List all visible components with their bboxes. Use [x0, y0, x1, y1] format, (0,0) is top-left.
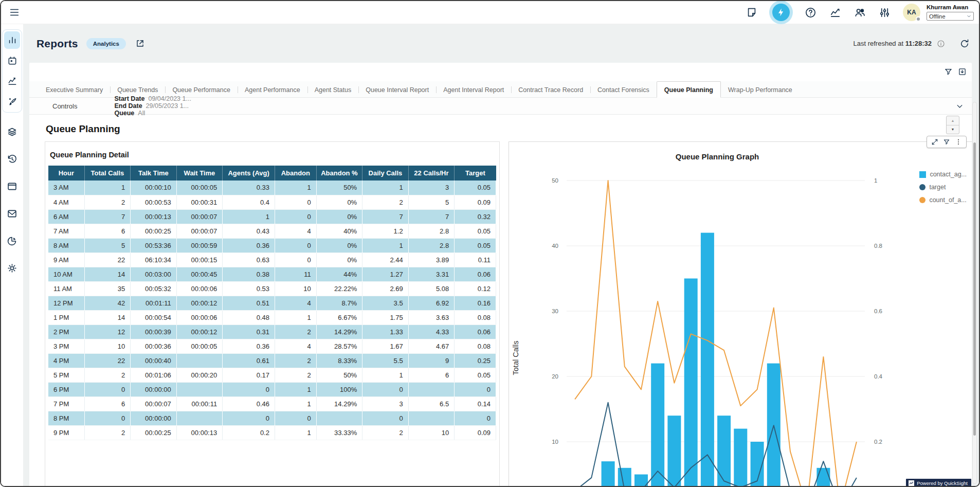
sidebar-item-trend[interactable] — [4, 73, 20, 90]
hamburger-icon[interactable] — [8, 6, 21, 19]
tab-queue-interval-report[interactable]: Queue Interval Report — [358, 82, 436, 97]
table-cell: 0.31 — [223, 324, 275, 339]
chart-filter-icon[interactable] — [943, 138, 950, 146]
sidebar-item-mail[interactable] — [4, 205, 20, 222]
table-cell: 1.33 — [362, 324, 409, 339]
table-cell: 0.09 — [455, 195, 496, 209]
column-header[interactable]: Daily Calls — [362, 166, 409, 181]
column-header[interactable]: 22 Calls/Hr — [408, 166, 455, 181]
agents-icon[interactable] — [854, 6, 866, 19]
table-cell: 0.46 — [223, 396, 275, 411]
scrollbar-thumb[interactable] — [973, 142, 976, 436]
controls-collapse-chevron-icon[interactable] — [956, 102, 964, 110]
sidebar-item-browser[interactable] — [4, 177, 20, 195]
tab-queue-performance[interactable]: Queue Performance — [165, 82, 238, 97]
sidebar-item-design[interactable] — [4, 93, 20, 111]
table-cell: 0 — [455, 382, 496, 396]
expand-icon[interactable] — [931, 138, 938, 146]
svg-text:40: 40 — [552, 243, 558, 249]
sidebar-item-pie-chart[interactable] — [4, 232, 20, 249]
sidebar-item-calendar[interactable] — [4, 52, 20, 69]
line-chart-icon[interactable] — [829, 6, 841, 19]
tab-agent-status[interactable]: Agent Status — [307, 82, 359, 97]
dashboard-panel: Executive SummaryQueue TrendsQueue Perfo… — [29, 63, 972, 487]
table-cell: 00:05:32 — [131, 281, 177, 296]
table-cell: 0 — [275, 238, 316, 252]
table-cell: 00:00:10 — [131, 181, 177, 195]
table-row: 1 PM1400:00:5400:00:060.4816.67%1.753.63… — [48, 310, 496, 324]
sidebar-item-settings[interactable] — [4, 259, 20, 277]
table-cell: 0.14 — [455, 396, 496, 411]
column-header[interactable]: Abandon — [275, 166, 316, 181]
vertical-scrollbar[interactable] — [972, 102, 977, 484]
svg-text:50: 50 — [552, 177, 558, 184]
spinner-down-button[interactable]: ▼ — [947, 125, 959, 134]
column-header[interactable]: Target — [455, 166, 496, 181]
refresh-icon[interactable] — [959, 39, 970, 49]
spinner-up-button[interactable]: ▲ — [947, 116, 959, 125]
column-header[interactable]: Wait Time — [176, 166, 223, 181]
table-cell: 28.57% — [316, 339, 362, 353]
column-header[interactable]: Total Calls — [84, 166, 131, 181]
column-header[interactable]: Hour — [48, 166, 84, 181]
status-select[interactable]: Offline — [927, 12, 974, 21]
last-refreshed-time: 11:28:32 — [905, 40, 932, 47]
sidebar-item-layers[interactable] — [4, 123, 20, 140]
table-cell: 0 — [223, 411, 275, 425]
gear-icon — [7, 263, 17, 274]
avatar[interactable]: KA — [903, 4, 920, 21]
tab-contact-forensics[interactable]: Contact Forensics — [590, 82, 657, 97]
table-cell — [176, 411, 223, 425]
table-row: 3 AM100:00:1000:00:050.33150%130.05 — [48, 181, 496, 195]
table-cell: 3 — [362, 396, 409, 411]
filter-icon[interactable] — [944, 67, 953, 76]
sidebar — [1, 24, 23, 487]
sidebar-item-bar-chart[interactable] — [4, 31, 20, 49]
note-icon[interactable] — [746, 6, 758, 19]
table-cell: 4 — [275, 339, 316, 353]
tab-queue-trends[interactable]: Queue Trends — [110, 82, 165, 97]
table-cell: 00:00:06 — [176, 281, 223, 296]
tab-agent-interval-report[interactable]: Agent Interval Report — [436, 82, 511, 97]
tab-queue-planning[interactable]: Queue Planning — [657, 81, 721, 98]
tab-agent-performance[interactable]: Agent Performance — [238, 82, 307, 97]
table-cell: 00:00:07 — [131, 396, 177, 411]
table-cell: 5 — [84, 238, 131, 252]
table-cell: 0.08 — [455, 310, 496, 324]
lightning-icon[interactable] — [772, 4, 790, 21]
column-header[interactable]: Agents (Avg) — [223, 166, 275, 181]
table-cell: 40% — [316, 224, 362, 238]
tab-wrap-up-performance[interactable]: Wrap-Up Performance — [721, 82, 800, 97]
tab-executive-summary[interactable]: Executive Summary — [39, 82, 110, 97]
table-row: 8 PM000:00:000000 — [48, 411, 496, 425]
table-cell: 3 AM — [48, 181, 84, 195]
table-row: 6 AM700:00:1300:00:07100%770.32 — [48, 209, 496, 224]
sliders-icon[interactable] — [878, 6, 891, 19]
sidebar-item-history[interactable] — [4, 150, 20, 168]
table-cell: 0.05 — [455, 181, 496, 195]
table-cell: 0% — [316, 195, 362, 209]
external-link-icon[interactable] — [135, 39, 145, 48]
page-title: Reports — [37, 38, 78, 50]
trend-icon — [7, 76, 17, 86]
table-cell: 6.92 — [408, 296, 455, 310]
combo-chart[interactable]: 504030201010.80.60.40.2 — [509, 142, 972, 487]
table-cell: 1.67 — [362, 339, 409, 353]
table-cell: 6 AM — [48, 209, 84, 224]
table-row: 7 PM600:00:0700:00:110.46114.29%36.50.14 — [48, 396, 496, 411]
column-header[interactable]: Abandon % — [316, 166, 362, 181]
powered-by-quicksight[interactable]: Powered by QuickSight — [906, 479, 971, 487]
table-cell: 0.05 — [455, 368, 496, 382]
table-cell: 0.32 — [455, 209, 496, 224]
table-cell: 00:00:05 — [176, 181, 223, 195]
column-header[interactable]: Talk Time — [131, 166, 177, 181]
table-cell: 10 — [84, 339, 131, 353]
control-end-date[interactable]: End Date29/05/2023 1... — [114, 102, 191, 110]
help-icon[interactable] — [804, 6, 816, 19]
download-icon[interactable] — [958, 67, 967, 76]
kebab-menu-icon[interactable] — [955, 138, 962, 146]
info-icon[interactable] — [937, 40, 945, 48]
tab-contract-trace-record[interactable]: Contract Trace Record — [511, 82, 590, 97]
table-cell: 8.7% — [316, 296, 362, 310]
svg-text:10: 10 — [552, 439, 558, 445]
